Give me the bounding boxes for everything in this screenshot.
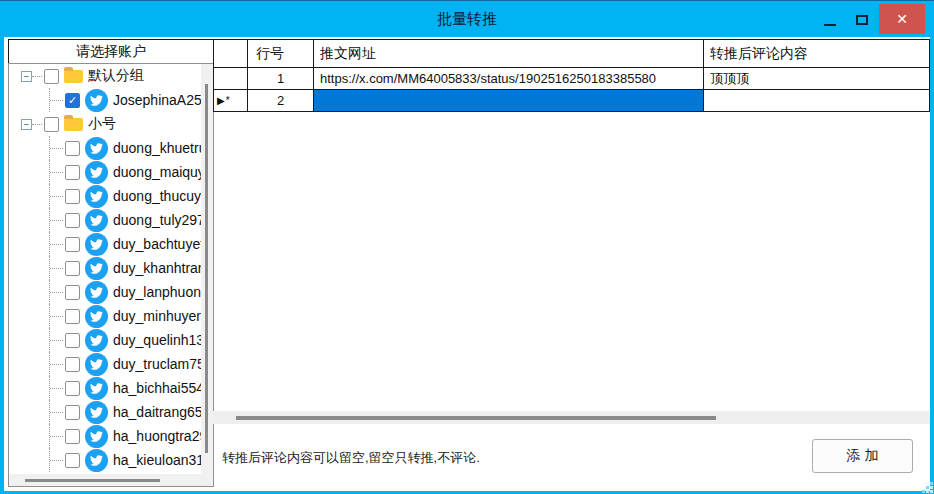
account-label[interactable]: duy_minhuyen5	[113, 308, 201, 324]
line-number-cell[interactable]: 1	[248, 68, 314, 90]
tree-connector	[49, 400, 63, 424]
tree-account-row[interactable]: duy_minhuyen5	[9, 304, 201, 328]
account-label[interactable]: duy_bachtuyet	[113, 236, 201, 252]
account-checkbox[interactable]	[65, 357, 80, 372]
comment-cell[interactable]	[704, 90, 930, 112]
account-checkbox[interactable]	[65, 261, 80, 276]
tree-account-row[interactable]: duong_tuly297	[9, 208, 201, 232]
account-label[interactable]: ha_kieuloan317	[113, 452, 201, 468]
maximize-button[interactable]	[848, 8, 876, 32]
account-label[interactable]: duy_quelinh13	[113, 332, 201, 348]
account-label[interactable]: duong_tuly297	[113, 212, 201, 228]
column-header[interactable]: 行号	[248, 40, 314, 68]
account-label[interactable]: duong_khuetru	[113, 140, 201, 156]
group-checkbox[interactable]	[44, 117, 59, 132]
twitter-icon	[85, 233, 108, 256]
account-label[interactable]: ha_bichhai5543	[113, 380, 201, 396]
tree-group-row[interactable]: −小号	[9, 112, 201, 136]
account-checkbox[interactable]	[65, 165, 80, 180]
column-header[interactable]: 推文网址	[314, 40, 704, 68]
collapse-expander-icon[interactable]: −	[21, 71, 32, 82]
tree-connector	[49, 136, 63, 160]
account-checkbox[interactable]	[65, 285, 80, 300]
table-body: 1https://x.com/MM64005833/status/1902516…	[214, 68, 930, 112]
scrollbar-thumb[interactable]	[236, 416, 716, 420]
tree-account-row[interactable]: duy_truclam75	[9, 352, 201, 376]
column-header[interactable]: 转推后评论内容	[704, 40, 930, 68]
tree-account-row[interactable]: ha_daitrang658	[9, 400, 201, 424]
twitter-icon	[85, 377, 108, 400]
tree-account-row[interactable]: ha_kieuloan317	[9, 448, 201, 472]
account-checkbox[interactable]	[65, 237, 80, 252]
group-checkbox[interactable]	[44, 69, 59, 84]
accounts-panel-header: 请选择账户	[8, 39, 214, 64]
tree-group-row[interactable]: −默认分组	[9, 64, 201, 88]
comment-cell[interactable]: 顶顶顶	[704, 68, 930, 90]
tree-connector	[49, 424, 63, 448]
accounts-tree[interactable]: −默认分组✓JosephinaA259−小号duong_khuetruduong…	[8, 63, 214, 487]
url-cell[interactable]	[314, 90, 704, 112]
table-header-row: 行号推文网址转推后评论内容	[214, 40, 930, 68]
account-checkbox[interactable]: ✓	[65, 93, 80, 108]
titlebar[interactable]: 批量转推 ✕	[0, 1, 934, 37]
tree-account-row[interactable]: ha_bichhai5543	[9, 376, 201, 400]
close-button[interactable]: ✕	[879, 4, 925, 34]
tree-account-row[interactable]: duong_khuetru	[9, 136, 201, 160]
twitter-icon	[85, 329, 108, 352]
account-checkbox[interactable]	[65, 309, 80, 324]
account-label[interactable]: ha_huongtra29	[113, 428, 201, 444]
account-checkbox[interactable]	[65, 429, 80, 444]
tree-account-row[interactable]: ✓JosephinaA259	[9, 88, 201, 112]
account-checkbox[interactable]	[65, 405, 80, 420]
account-label[interactable]: duong_maiquy	[113, 164, 201, 180]
tree-account-row[interactable]: duy_lanphuong	[9, 280, 201, 304]
tree-connector	[49, 328, 63, 352]
twitter-icon	[85, 425, 108, 448]
table-row[interactable]: 1https://x.com/MM64005833/status/1902516…	[214, 68, 930, 90]
account-checkbox[interactable]	[65, 189, 80, 204]
account-label[interactable]: duy_khanhtran	[113, 260, 201, 276]
scrollbar-thumb[interactable]	[205, 84, 208, 453]
scrollbar-corner	[201, 474, 213, 486]
tree-account-row[interactable]: ha_huongtra29	[9, 424, 201, 448]
tweet-table[interactable]: 行号推文网址转推后评论内容1https://x.com/MM64005833/s…	[213, 39, 930, 112]
account-checkbox[interactable]	[65, 141, 80, 156]
add-button[interactable]: 添 加	[812, 439, 913, 473]
maximize-icon	[856, 15, 868, 25]
resize-grip[interactable]	[930, 490, 933, 493]
account-checkbox[interactable]	[65, 381, 80, 396]
folder-icon	[64, 70, 83, 83]
tree-account-row[interactable]: duong_maiquy	[9, 160, 201, 184]
app-window: 批量转推 ✕ 请选择账户 −默认分组✓JosephinaA259−小号duong…	[0, 0, 934, 494]
tree-account-row[interactable]: duong_thucuye	[9, 184, 201, 208]
account-checkbox[interactable]	[65, 453, 80, 468]
tree-connector	[49, 184, 63, 208]
account-checkbox[interactable]	[65, 213, 80, 228]
twitter-icon	[85, 137, 108, 160]
account-label[interactable]: duy_lanphuong	[113, 284, 201, 300]
tree-connector	[49, 304, 63, 328]
account-checkbox[interactable]	[65, 333, 80, 348]
tree-account-row[interactable]: duy_quelinh13	[9, 328, 201, 352]
scrollbar-thumb[interactable]	[25, 479, 160, 482]
minimize-button[interactable]	[816, 8, 844, 32]
tree-vertical-scrollbar[interactable]	[201, 64, 213, 474]
twitter-icon	[85, 449, 108, 472]
tree-account-row[interactable]: duy_bachtuyet	[9, 232, 201, 256]
tree-horizontal-scrollbar[interactable]	[9, 474, 201, 486]
content-area: 请选择账户 −默认分组✓JosephinaA259−小号duong_khuetr…	[4, 37, 930, 491]
account-label[interactable]: ha_daitrang658	[113, 404, 201, 420]
group-label[interactable]: 默认分组	[88, 67, 144, 85]
collapse-expander-icon[interactable]: −	[21, 119, 32, 130]
twitter-icon	[85, 89, 108, 112]
line-number-cell[interactable]: 2	[248, 90, 314, 112]
account-label[interactable]: JosephinaA259	[113, 92, 201, 108]
group-label[interactable]: 小号	[88, 115, 116, 133]
table-row[interactable]: ▶*2	[214, 90, 930, 112]
column-header[interactable]	[214, 40, 248, 68]
tree-account-row[interactable]: duy_khanhtran	[9, 256, 201, 280]
url-cell[interactable]: https://x.com/MM64005833/status/19025162…	[314, 68, 704, 90]
account-label[interactable]: duy_truclam75	[113, 356, 201, 372]
table-horizontal-scrollbar[interactable]	[213, 411, 930, 424]
account-label[interactable]: duong_thucuye	[113, 188, 201, 204]
